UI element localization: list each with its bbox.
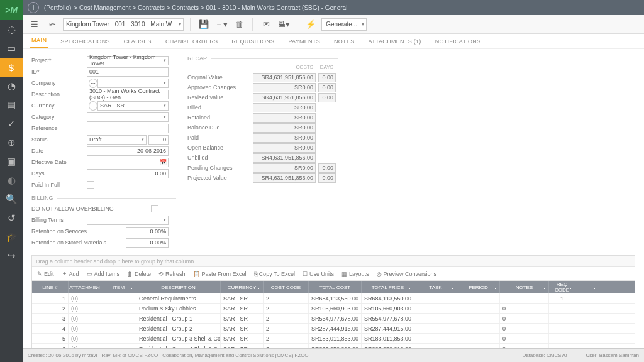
col-4[interactable]: CURRENCY⋮ <box>221 281 264 293</box>
delete-icon[interactable]: 🗑 <box>232 18 246 31</box>
recap-value: SR4,631,951,856.00 <box>253 173 316 183</box>
tab-attachments[interactable]: ATTACHMENTS (1) <box>367 35 423 48</box>
tab-payments[interactable]: PAYMENTS <box>287 35 321 48</box>
project-label: Project* <box>31 57 87 63</box>
tab-specs[interactable]: SPECIFICATIONS <box>59 35 111 48</box>
rail-grad-icon[interactable]: 🎓 <box>0 228 23 246</box>
status-field[interactable]: Draft <box>87 135 147 145</box>
grid-layouts[interactable]: ▦ Layouts <box>341 271 369 277</box>
rail-clipboard-icon[interactable]: ▭ <box>0 39 23 58</box>
table-row[interactable]: 2(0)Podium & Sky LobbiesSAR - SR2SR105,6… <box>32 304 635 314</box>
days-head: DAYS <box>313 64 333 70</box>
list-icon[interactable]: ☰ <box>28 18 42 31</box>
col-12[interactable]: ⋮ <box>575 281 599 293</box>
mail-icon[interactable]: ✉ <box>259 18 273 31</box>
tab-notifications[interactable]: NOTIFICATIONS <box>434 35 482 48</box>
retmat-field[interactable]: 0.00% <box>126 238 169 248</box>
table-row[interactable]: 4(0)Residential - Group 2SAR - SR2SR287,… <box>32 324 635 334</box>
grid-add[interactable]: ＋ Add <box>62 270 79 278</box>
rail-building-icon[interactable]: ▤ <box>0 96 23 114</box>
reference-field[interactable] <box>87 124 169 133</box>
rail-search-icon[interactable]: 🔍 <box>0 190 23 209</box>
tab-notes[interactable]: NOTES <box>333 35 356 48</box>
currency-picker-icon[interactable]: ⋯ <box>89 101 97 111</box>
col-6[interactable]: TOTAL COST⋮ <box>309 281 362 293</box>
add-icon[interactable]: ＋▾ <box>214 18 228 31</box>
company-picker-icon[interactable]: ⋯ <box>89 79 97 88</box>
currency-field[interactable]: SAR - SR <box>97 101 169 111</box>
col-0[interactable]: LINE #⋮ <box>32 281 69 293</box>
overbill-checkbox[interactable] <box>151 205 158 212</box>
print-icon[interactable]: 🖶▾ <box>277 18 291 31</box>
category-label: Category <box>31 114 87 120</box>
save-icon[interactable]: 💾 <box>197 18 211 31</box>
col-8[interactable]: TASK⋮ <box>414 281 457 293</box>
calendar-icon[interactable]: 📅 <box>160 159 167 165</box>
eff-label: Effective Date <box>31 159 87 165</box>
id-field[interactable]: 001 <box>87 67 169 77</box>
col-10[interactable]: NOTES⋮ <box>500 281 549 293</box>
tab-changeorders[interactable]: CHANGE ORDERS <box>164 35 219 48</box>
table-row[interactable]: 3(0)Residential - Group 1SAR - SR2SR554,… <box>32 314 635 324</box>
date-field[interactable]: 20-06-2016 <box>87 146 169 156</box>
retmat-label: Retention on Stored Materials <box>31 239 126 246</box>
grid-delete[interactable]: 🗑 Delete <box>127 271 151 277</box>
project-field[interactable]: Kingdom Tower - Kingdom Tower <box>87 56 169 65</box>
rail-history-icon[interactable]: ↺ <box>0 209 23 228</box>
days-label: Days <box>31 170 87 177</box>
grid-preview[interactable]: ◎ Preview Conversions <box>377 271 437 277</box>
crumb-portfolio[interactable]: (Portfolio) <box>44 4 71 11</box>
generate-button[interactable]: Generate... <box>321 18 367 31</box>
recap-value: SR0.00 <box>253 83 316 92</box>
rail-idea-icon[interactable]: ◌ <box>0 20 23 39</box>
app-logo[interactable]: >M <box>0 0 23 20</box>
recap-label: Paid <box>187 134 250 141</box>
rail-briefcase-icon[interactable]: ▣ <box>0 152 23 171</box>
rail-cost-icon[interactable]: $ <box>0 58 23 77</box>
terms-field[interactable] <box>87 216 169 225</box>
grid-additems[interactable]: ▭ Add Items <box>87 271 120 277</box>
col-9[interactable]: PERIOD⋮ <box>457 281 500 293</box>
rail-gauge-icon[interactable]: ◔ <box>0 77 23 96</box>
col-7[interactable]: TOTAL PRICE⋮ <box>362 281 414 293</box>
company-field[interactable] <box>97 79 169 88</box>
col-2[interactable]: ITEM⋮ <box>101 281 136 293</box>
col-3[interactable]: DESCRIPTION⋮ <box>136 281 221 293</box>
grid-edit[interactable]: ✎ Edit <box>37 271 54 277</box>
rail-globe-icon[interactable]: ⊕ <box>0 133 23 152</box>
recap-label: Open Balance <box>187 145 250 151</box>
days-field[interactable]: 0.00 <box>87 169 169 178</box>
rail-check-icon[interactable]: ✓ <box>0 114 23 133</box>
tab-requisitions[interactable]: REQUISITIONS <box>230 35 275 48</box>
breadcrumb: i (Portfolio) > Cost Management > Contra… <box>23 0 644 15</box>
table-row[interactable]: 6(0)Residential - Group 4 Shell & CoreSA… <box>32 344 635 348</box>
id-label: ID* <box>31 69 87 75</box>
project-selector[interactable]: Kingdom Tower - 001 - 3010 - Main W <box>63 18 184 31</box>
tab-main[interactable]: MAIN <box>30 33 48 48</box>
info-icon[interactable]: i <box>28 2 39 13</box>
table-row[interactable]: 1(0)General RequirementsSAR - SR2SR684,1… <box>32 293 635 304</box>
recap-label: Unbilled <box>187 155 250 161</box>
grid-copy[interactable]: ⎘ Copy To Excel <box>254 271 295 277</box>
grid-units[interactable]: ☐ Use Units <box>303 271 334 277</box>
group-hint[interactable]: Drag a column header and drop it here to… <box>32 256 635 267</box>
recap-label: Balance Due <box>187 124 250 131</box>
recap-label: Projected Value <box>187 175 250 181</box>
grid-refresh[interactable]: ⟲ Refresh <box>158 271 186 277</box>
table-row[interactable]: 5(0)Residential - Group 3 Shell & CoreSA… <box>32 334 635 344</box>
tab-clauses[interactable]: CLAUSES <box>123 35 153 48</box>
eff-field[interactable]: 📅 <box>87 158 169 167</box>
col-5[interactable]: COST CODE⋮ <box>264 281 309 293</box>
desc-field[interactable]: 3010 - Main Works Contract (SBG) - Gen <box>87 90 169 99</box>
paid-checkbox[interactable] <box>87 181 94 189</box>
col-11[interactable]: REQ CODE⋮ <box>549 281 575 293</box>
retserv-field[interactable]: 0.00% <box>126 227 169 236</box>
status-label: Status <box>31 136 87 143</box>
rail-exit-icon[interactable]: ↪ <box>0 246 23 265</box>
category-field[interactable] <box>87 112 169 122</box>
col-1[interactable]: ATTACHMEN⋮ <box>69 281 101 293</box>
rail-user-icon[interactable]: ◐ <box>0 171 23 190</box>
grid-paste[interactable]: 📋 Paste From Excel <box>193 271 247 277</box>
back-icon[interactable]: ⤺ <box>45 18 59 31</box>
status-num[interactable]: 0 <box>148 135 169 145</box>
